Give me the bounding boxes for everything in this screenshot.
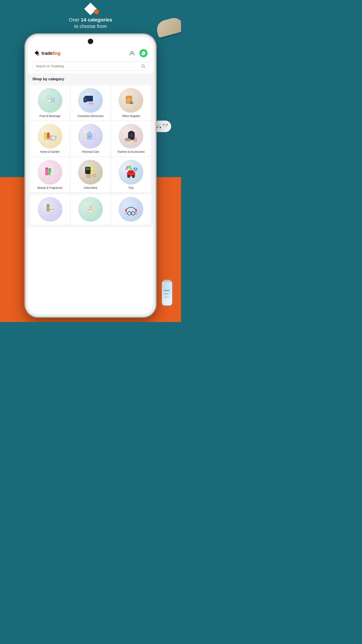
svg-rect-28: [47, 132, 49, 138]
svg-text:995: 995: [87, 168, 89, 170]
svg-rect-13: [88, 102, 94, 106]
category-item-beauty-fragrances[interactable]: Beauty & Fragrances: [30, 157, 70, 192]
category-item-personal-care[interactable]: 500ml Personal Care: [71, 121, 110, 156]
camera-notch: [88, 39, 93, 44]
svg-rect-40: [129, 134, 133, 137]
svg-rect-22: [132, 99, 136, 101]
svg-point-95: [166, 124, 168, 125]
personal-care-image: 500ml: [81, 127, 100, 146]
svg-point-94: [163, 124, 164, 125]
fashion-accessories-image: [122, 127, 141, 146]
svg-rect-10: [43, 101, 47, 103]
svg-rect-89: [153, 121, 171, 132]
category-label-beauty-fragrances: Beauty & Fragrances: [37, 186, 62, 190]
category-item-home-garden[interactable]: Home & Garden: [30, 121, 70, 156]
svg-point-66: [125, 168, 128, 170]
category-item-food-beverage[interactable]: Milk Food & Beverage: [30, 86, 70, 120]
app-content: tradeling: [28, 37, 153, 314]
svg-rect-61: [128, 170, 134, 173]
search-bar[interactable]: [32, 62, 149, 71]
svg-point-92: [156, 127, 158, 128]
partial-item-1-image: LUX Pampers: [40, 200, 59, 219]
category-item-toys[interactable]: Toys: [111, 157, 151, 192]
svg-point-73: [136, 168, 137, 169]
svg-rect-43: [134, 138, 137, 142]
user-icon: [129, 50, 135, 56]
category-circle-beauty: [38, 160, 62, 184]
svg-text:Aptam: Aptam: [164, 289, 170, 291]
svg-point-69: [127, 166, 128, 168]
svg-rect-44: [45, 168, 48, 175]
partial-circle-1: LUX Pampers: [38, 197, 62, 222]
partial-circle-2: Pampers: [78, 197, 103, 222]
category-item-partial-3[interactable]: [111, 194, 151, 225]
hero-section: Over 14 categories to choose from: [46, 17, 135, 30]
category-item-partial-1[interactable]: LUX Pampers: [30, 194, 70, 225]
home-garden-image: [40, 127, 59, 146]
partial-circle-3: [119, 197, 143, 222]
svg-rect-83: [135, 209, 137, 212]
category-item-automotive[interactable]: 995 FOAM Automotive: [71, 157, 110, 192]
header-icons: [128, 49, 147, 57]
svg-rect-27: [44, 132, 46, 134]
user-profile-button[interactable]: [128, 49, 136, 57]
svg-point-70: [129, 166, 131, 168]
partial-item-2-image: Pampers: [81, 200, 100, 219]
toys-image: [122, 162, 141, 182]
svg-text:Pampers: Pampers: [88, 209, 93, 210]
shoe-shape: [155, 16, 181, 38]
categories-title: Shop by category: [32, 77, 149, 82]
category-label-office-supplies: Office Supplies: [122, 114, 140, 118]
svg-rect-8: [51, 98, 55, 102]
svg-text:LUX: LUX: [47, 208, 49, 209]
search-icon: [141, 64, 145, 68]
deco-shoes: [154, 14, 181, 40]
category-grid: Milk Food & Beverage: [28, 83, 153, 194]
partial-item-3-image: [122, 200, 141, 219]
svg-text:Milk: Milk: [47, 98, 50, 100]
category-item-office-supplies[interactable]: COPY PAPER Office Supplies: [111, 86, 151, 120]
category-circle-electronics: [78, 88, 103, 113]
svg-text:Adva...: Adva...: [165, 293, 169, 294]
category-circle-toys: [119, 160, 143, 184]
whatsapp-button[interactable]: [139, 49, 147, 57]
deco-bottle-svg: Aptam Adva... NUTRICIA: [159, 278, 175, 308]
svg-text:COPY: COPY: [127, 97, 130, 98]
svg-rect-47: [49, 168, 51, 170]
svg-point-71: [133, 167, 138, 172]
svg-text:500ml: 500ml: [88, 136, 91, 137]
svg-line-4: [144, 67, 145, 68]
svg-point-14: [89, 103, 90, 104]
bottom-partial-row: LUX Pampers Pampers: [28, 194, 153, 227]
food-beverage-image: Milk: [40, 91, 59, 110]
category-label-home-garden: Home & Garden: [40, 150, 60, 154]
search-input[interactable]: [36, 64, 139, 68]
svg-point-72: [134, 168, 135, 169]
svg-rect-17: [84, 98, 86, 102]
category-circle-food: Milk: [38, 88, 62, 113]
svg-rect-37: [93, 133, 94, 135]
logo-text: tradeling: [41, 51, 60, 56]
categories-section-header: Shop by category: [28, 73, 153, 83]
svg-rect-6: [46, 96, 51, 98]
svg-point-64: [128, 176, 129, 177]
category-label-toys: Toys: [128, 186, 134, 190]
category-item-consumer-electronics[interactable]: Consumer Electronics: [71, 86, 110, 120]
category-item-fashion-accessories[interactable]: Fashion & Accessories: [111, 121, 151, 156]
svg-point-85: [131, 212, 135, 215]
svg-rect-82: [125, 209, 127, 212]
svg-point-30: [51, 136, 55, 140]
svg-text:Pampers: Pampers: [50, 209, 54, 210]
category-circle-auto: 995 FOAM: [78, 160, 103, 184]
category-item-partial-2[interactable]: Pampers: [71, 194, 110, 225]
svg-point-1: [37, 54, 39, 56]
svg-point-68: [130, 168, 132, 170]
category-label-food-beverage: Food & Beverage: [39, 114, 60, 118]
svg-point-15: [91, 103, 93, 104]
svg-rect-24: [130, 102, 133, 104]
automotive-image: 995 FOAM: [81, 162, 100, 182]
svg-rect-75: [47, 204, 49, 206]
phone-frame: tradeling: [26, 35, 155, 316]
deco-bottle-area: Aptam Adva... NUTRICIA: [159, 278, 175, 308]
svg-rect-51: [52, 168, 54, 169]
